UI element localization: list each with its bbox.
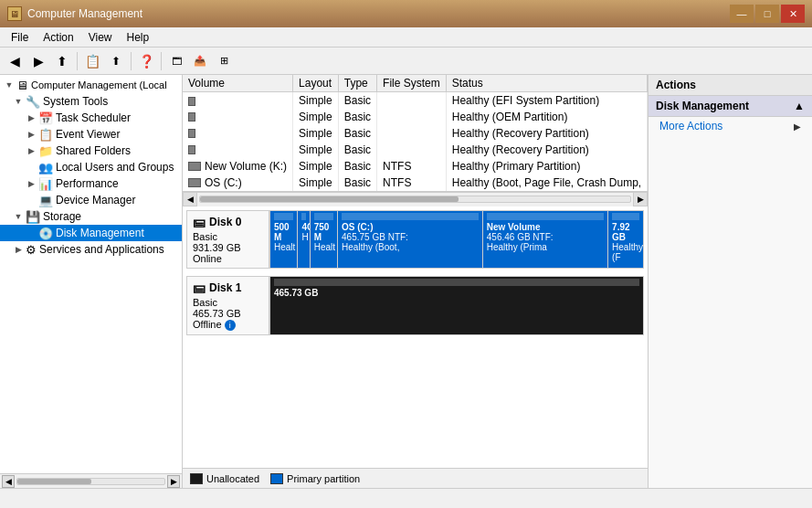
cell-type: Basic [338,158,376,175]
toolbar-separator-1 [77,52,78,70]
scroll-right-btn[interactable]: ▶ [167,475,180,488]
partition-label-0-3: OS (C:) [342,222,479,232]
disk-size-1: 465.73 GB [193,308,263,319]
disk-status-1: Offline i [193,319,263,331]
partition-label-1-0: 465.73 GB [274,288,639,298]
col-header-volume[interactable]: Volume [183,75,293,92]
expand-icon-event-viewer[interactable]: ▶ [24,130,38,139]
info-icon[interactable]: i [225,320,236,331]
menu-file[interactable]: File [4,29,36,46]
collapse-icon[interactable]: ▲ [794,100,805,112]
disk-management-icon: 💿 [38,227,53,240]
legend: Unallocated Primary partition [183,468,648,488]
col-header-type[interactable]: Type [338,75,376,92]
cell-status: Healthy (OEM Partition) [446,109,647,125]
show-hide-tree-button[interactable]: 📋 [81,50,103,72]
forward-button[interactable]: ▶ [27,50,49,72]
table-row[interactable]: OS (C:)SimpleBasicNTFSHealthy (Boot, Pag… [183,175,648,191]
partition-0-1[interactable]: 4CH [297,211,309,268]
tree-node-shared-folders[interactable]: ▶ 📁 Shared Folders [0,143,182,159]
scroll-left-btn[interactable]: ◀ [2,475,15,488]
close-button[interactable]: ✕ [781,5,805,23]
col-header-layout[interactable]: Layout [293,75,339,92]
col-header-fs[interactable]: File System [377,75,447,92]
h-scroll-track[interactable] [199,196,631,203]
tree-node-system-tools[interactable]: ▼ 🔧 System Tools [0,93,182,110]
app-icon: 🖥 [7,6,22,21]
new-window-button[interactable]: 🗔 [165,50,187,72]
partition-0-4[interactable]: New Volume456.46 GB NTF:Healthy (Prima [482,211,607,268]
partition-0-3[interactable]: OS (C:)465.75 GB NTF:Healthy (Boot, [337,211,482,268]
up-button[interactable]: ⬆ [51,50,73,72]
toolbar: ◀ ▶ ⬆ 📋 ⬆ ❓ 🗔 📤 ⊞ [0,48,812,75]
volume-icon-small [188,129,195,138]
cell-status: Healthy (Recovery Partition) [446,125,647,142]
table-row[interactable]: SimpleBasicHealthy (EFI System Partition… [183,92,648,109]
tree-panel: ▼ 🖥 Computer Management (Local ▼ 🔧 Syste… [0,75,183,488]
cell-volume [183,109,293,125]
partition-label-0-0: 500 M [274,222,293,242]
expand-icon-performance[interactable]: ▶ [24,179,38,188]
h-scroll-track[interactable] [16,478,165,485]
partition-0-0[interactable]: 500 MHealt [269,211,297,268]
more-actions-item[interactable]: More Actions ▶ [649,117,812,135]
tree-label-computer-mgmt: Computer Management (Local [31,79,167,90]
h-scroll-thumb [17,479,91,484]
cell-type: Basic [338,175,376,191]
disk-block-1: 🖴Disk 1Basic465.73 GBOffline i465.73 GB [186,276,644,335]
partition-1-0[interactable]: 465.73 GB [269,277,643,334]
expand-icon-services-apps[interactable]: ▶ [11,245,26,254]
volume-icon [188,162,201,171]
table-row[interactable]: New Volume (K:)SimpleBasicNTFSHealthy (P… [183,158,648,175]
toolbar-separator-3 [161,52,162,70]
menu-view[interactable]: View [81,29,120,46]
cell-volume [183,125,293,142]
table-row[interactable]: SimpleBasicHealthy (OEM Partition) [183,109,648,125]
tree-node-local-users[interactable]: ▶ 👥 Local Users and Groups [0,159,182,175]
tree-node-task-scheduler[interactable]: ▶ 📅 Task Scheduler [0,110,182,126]
up-one-level-button[interactable]: ⬆ [105,50,127,72]
expand-icon[interactable]: ▼ [2,80,16,90]
partition-header-0-3 [342,213,479,220]
volume-icon-small [188,112,195,122]
tree-node-performance[interactable]: ▶ 📊 Performance [0,175,182,192]
toolbar-separator-2 [131,52,132,70]
expand-icon-shared-folders[interactable]: ▶ [24,146,38,155]
expand-icon-storage[interactable]: ▼ [11,212,26,221]
partition-0-2[interactable]: 750 MHealt [310,211,337,268]
tree-node-storage[interactable]: ▼ 💾 Storage [0,208,182,225]
col-header-status[interactable]: Status [446,75,647,92]
back-button[interactable]: ◀ [4,50,26,72]
tree-node-services-apps[interactable]: ▶ ⚙ Services and Applications [0,241,182,258]
tree-node-computer-mgmt[interactable]: ▼ 🖥 Computer Management (Local [0,77,182,93]
help-button[interactable]: ❓ [135,50,157,72]
volume-icon-small [188,145,195,154]
expand-icon-task-scheduler[interactable]: ▶ [24,113,38,122]
h-scroll-right-btn[interactable]: ▶ [633,192,648,206]
partition-header-0-1 [301,213,305,220]
cell-fs: NTFS [377,158,447,175]
cell-volume: New Volume (K:) [183,158,293,175]
partition-0-5[interactable]: 7.92 GBHealthy (F [607,211,643,268]
h-scroll-left-btn[interactable]: ◀ [183,192,197,206]
export-button[interactable]: 📤 [189,50,211,72]
partition-sublabel2-0-3: Healthy (Boot, [342,242,479,252]
actions-section-title: Disk Management ▲ [649,96,812,117]
h-scrollbar[interactable]: ◀ ▶ [183,192,648,206]
partition-label-0-5: 7.92 GB [612,222,639,242]
tree-node-event-viewer[interactable]: ▶ 📋 Event Viewer [0,126,182,143]
table-row[interactable]: SimpleBasicHealthy (Recovery Partition) [183,142,648,158]
expand-icon-system-tools[interactable]: ▼ [11,97,26,106]
tree-node-disk-management[interactable]: ▶ 💿 Disk Management [0,225,182,241]
volume-icon [188,178,201,187]
minimize-button[interactable]: — [730,5,754,23]
table-row[interactable]: SimpleBasicHealthy (Recovery Partition) [183,125,648,142]
partition-sublabel-0-0: Healt [274,242,293,252]
menu-help[interactable]: Help [120,29,157,46]
tree-scrollbar[interactable]: ◀ ▶ [0,473,182,488]
maximize-button[interactable]: □ [755,5,779,23]
properties-button[interactable]: ⊞ [213,50,235,72]
tree-content: ▼ 🖥 Computer Management (Local ▼ 🔧 Syste… [0,75,182,473]
menu-action[interactable]: Action [36,29,80,46]
tree-node-device-manager[interactable]: ▶ 💻 Device Manager [0,192,182,208]
